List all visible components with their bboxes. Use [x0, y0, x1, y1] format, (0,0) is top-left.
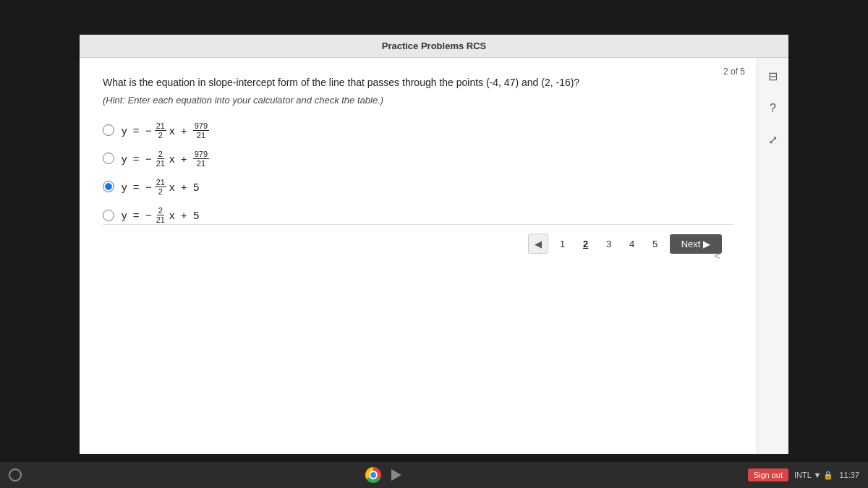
bookmark-icon[interactable]: ⊟: [763, 67, 783, 87]
option-label-2: y = − 2 21 x + 979 21: [122, 150, 210, 168]
radio-opt2[interactable]: [103, 153, 114, 164]
page-indicator: 2 of 5: [723, 67, 745, 77]
chevron-left-icon[interactable]: <: [715, 250, 720, 262]
option-label-4: y = − 2 21 x + 5: [122, 206, 199, 224]
app-title: Practice Problems RCS: [382, 40, 487, 51]
radio-opt4[interactable]: [103, 210, 114, 221]
list-item[interactable]: y = − 2 21 x + 5: [103, 206, 733, 224]
page-num-1[interactable]: 1: [553, 234, 573, 254]
list-item[interactable]: y = − 2 21 x + 979 21: [103, 150, 733, 168]
sidebar-icons: ⊟ ? ⤢: [757, 58, 788, 454]
fraction-4: 979 21: [193, 150, 209, 168]
option-label-3: y = − 21 2 x + 5: [122, 178, 199, 196]
question-text: What is the equation in slope-intercept …: [103, 75, 733, 90]
page-num-5[interactable]: 5: [645, 234, 665, 254]
page-num-4[interactable]: 4: [622, 234, 642, 254]
play-button-icon[interactable]: [388, 467, 404, 483]
taskbar-language: INTL ▼ 🔒: [794, 471, 833, 480]
radio-opt1[interactable]: [103, 124, 114, 136]
fraction-3: 2 21: [155, 150, 166, 168]
taskbar-icons: [365, 467, 404, 483]
navigation-bar: ◀ 1 2 3 4 5 Next ▶: [103, 224, 733, 262]
top-bar: Practice Problems RCS: [80, 35, 788, 58]
radio-opt3[interactable]: [103, 181, 114, 192]
list-item[interactable]: y = − 21 2 x + 5: [103, 178, 733, 196]
page-num-3[interactable]: 3: [599, 234, 619, 254]
fraction-6: 2 21: [155, 206, 166, 224]
option-label-1: y = − 21 2 x + 979 21: [122, 121, 210, 140]
taskbar: Sign out INTL ▼ 🔒 11:37: [0, 462, 868, 488]
prev-arrow[interactable]: ◀: [528, 234, 548, 254]
next-button-label: Next ▶: [681, 239, 710, 249]
page-numbers: 1 2 3 4 5: [553, 234, 665, 254]
main-content: 2 of 5 What is the equation in slope-int…: [80, 58, 757, 454]
screen-container: Practice Problems RCS 2 of 5 What is the…: [80, 35, 788, 454]
taskbar-time: 11:37: [839, 471, 859, 479]
fraction-5: 21 2: [155, 178, 166, 196]
fraction-2: 979 21: [193, 121, 209, 140]
content-area: 2 of 5 What is the equation in slope-int…: [80, 58, 788, 454]
page-num-2[interactable]: 2: [576, 234, 596, 254]
fraction-1: 21 2: [155, 121, 166, 140]
chrome-icon[interactable]: [365, 467, 381, 483]
hint-text: (Hint: Enter each equation into your cal…: [103, 95, 733, 106]
help-icon[interactable]: ?: [763, 98, 783, 119]
options-list: y = − 21 2 x + 979 21: [103, 121, 733, 225]
expand-icon[interactable]: ⤢: [763, 130, 783, 150]
taskbar-circle: [9, 468, 22, 481]
sign-out-button[interactable]: Sign out: [748, 468, 788, 481]
list-item[interactable]: y = − 21 2 x + 979 21: [103, 121, 733, 140]
